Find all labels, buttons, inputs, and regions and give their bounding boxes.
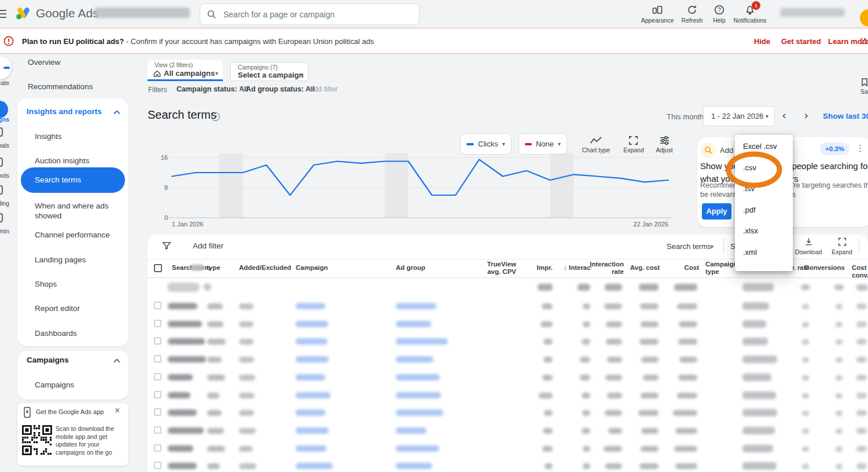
campaign-picker[interactable]: Campaigns (7) Select a campaign ▾ xyxy=(230,62,308,81)
column-header-ad-group[interactable]: Ad group xyxy=(396,264,454,272)
table-row[interactable] xyxy=(0,315,868,332)
row-checkbox[interactable] xyxy=(154,444,161,452)
column-header-match-type[interactable]: type xyxy=(191,264,233,272)
create-button[interactable] xyxy=(0,56,12,79)
ad-group-link-redacted[interactable] xyxy=(396,392,441,398)
column-header-avg-cost[interactable]: Avg. cost xyxy=(628,264,660,272)
sidebar-item-when-and-where-ads-showed[interactable]: When and where ads showed xyxy=(35,201,123,221)
campaign-link-redacted[interactable] xyxy=(296,356,329,363)
campaign-link-redacted[interactable] xyxy=(296,374,325,380)
banner-get-started-button[interactable]: Get started xyxy=(781,37,821,46)
global-search[interactable] xyxy=(200,3,420,25)
sidebar-item-insights[interactable]: Insights xyxy=(35,131,123,141)
table-row[interactable] xyxy=(0,422,868,439)
banner-hide-button[interactable]: Hide xyxy=(754,37,770,46)
ad-group-link-redacted[interactable] xyxy=(396,427,426,434)
rail-item-billing-icon[interactable] xyxy=(0,185,3,195)
ad-group-link-redacted[interactable] xyxy=(396,321,431,327)
campaign-link-redacted[interactable] xyxy=(296,321,328,327)
notifications-button[interactable]: Notifications! xyxy=(730,3,770,26)
ad-group-link-redacted[interactable] xyxy=(396,356,433,363)
sidebar-item-shops[interactable]: Shops xyxy=(35,279,123,289)
campaign-link-redacted[interactable] xyxy=(296,445,326,452)
campaign-link-redacted[interactable] xyxy=(296,463,333,469)
row-checkbox[interactable] xyxy=(154,337,161,345)
column-header-cost[interactable]: Cost xyxy=(664,264,699,272)
filter-chip-ad-group-status[interactable]: Ad group status: All xyxy=(246,85,315,93)
column-header-campaign[interactable]: Campaign xyxy=(296,264,354,272)
filter-funnel-icon[interactable] xyxy=(161,240,172,251)
view-picker[interactable]: View (2 filters) All campaigns ▾ xyxy=(148,60,223,81)
table-row[interactable] xyxy=(0,404,868,421)
sidebar-item-channel-performance[interactable]: Channel performance xyxy=(35,230,123,240)
menu-item-xlsx[interactable]: .xlsx xyxy=(735,221,793,242)
expand-table-icon[interactable] xyxy=(837,237,847,247)
add-filter-link[interactable]: Add filter xyxy=(309,85,337,93)
sidebar-item-search-terms-selected[interactable]: Search terms xyxy=(21,167,125,193)
ad-group-link-redacted[interactable] xyxy=(396,374,440,380)
ad-group-link-redacted[interactable] xyxy=(396,463,432,469)
row-checkbox[interactable] xyxy=(154,408,161,416)
table-row[interactable] xyxy=(0,297,868,314)
rail-item-tools-icon[interactable] xyxy=(0,158,3,167)
rail-item-create[interactable]: Create xyxy=(0,79,9,86)
menu-item-excelcsv[interactable]: Excel .csv xyxy=(735,136,793,158)
saved-icon[interactable] xyxy=(860,78,868,87)
row-checkbox[interactable] xyxy=(154,391,161,398)
sidebar-item-auction-insights[interactable]: Auction insights xyxy=(35,156,123,166)
menu-item-xml[interactable]: .xml xyxy=(735,242,793,264)
date-prev-button[interactable]: ‹ xyxy=(782,109,786,122)
ad-group-link-redacted[interactable] xyxy=(396,409,443,416)
column-header-trueview-avg-cpv[interactable]: TrueViewavg. CPV xyxy=(475,261,516,276)
column-header-added-excluded[interactable]: Added/Excluded xyxy=(239,264,297,272)
sidebar-item-dashboards[interactable]: Dashboards xyxy=(35,328,123,338)
sidebar-section-insights-and-reports[interactable]: Insights and reports xyxy=(27,107,102,116)
menu-item-tsv[interactable]: .tsv xyxy=(735,178,793,200)
row-checkbox[interactable] xyxy=(154,462,161,469)
column-header-conversions[interactable]: Conversions xyxy=(804,264,845,272)
rail-item-billing[interactable]: Billing xyxy=(0,200,9,207)
menu-item-pdf[interactable]: .pdf xyxy=(735,200,793,221)
rail-item-tools[interactable]: Tools xyxy=(0,172,9,179)
chevron-up-icon[interactable] xyxy=(113,110,120,115)
download-icon[interactable] xyxy=(804,237,814,247)
avatar[interactable] xyxy=(860,9,868,27)
table-row[interactable] xyxy=(0,350,868,368)
google-ads-logo[interactable]: Google Ads xyxy=(16,6,99,20)
campaign-link-redacted[interactable] xyxy=(296,427,329,434)
rail-item-campaigns[interactable]: Campaigns xyxy=(0,116,9,123)
ad-group-link-redacted[interactable] xyxy=(396,303,436,309)
menu-icon[interactable] xyxy=(0,9,7,19)
table-view-selector[interactable]: Search terms xyxy=(667,242,711,251)
search-input[interactable] xyxy=(222,9,407,20)
rail-item-goals[interactable]: Goals xyxy=(0,142,9,149)
rail-item-admin[interactable]: Admin xyxy=(0,228,9,235)
row-checkbox[interactable] xyxy=(154,355,161,363)
campaign-link-redacted[interactable] xyxy=(296,409,325,416)
select-all-checkbox[interactable] xyxy=(154,264,162,272)
help-icon[interactable]: ? xyxy=(211,112,220,121)
sidebar-item-recommendations[interactable]: Recommendations xyxy=(28,82,93,91)
sidebar-item-overview[interactable]: Overview xyxy=(28,58,60,67)
row-checkbox[interactable] xyxy=(154,373,161,380)
show-last-30-days-link[interactable]: Show last 30 days xyxy=(823,112,868,120)
kebab-menu-icon[interactable]: ⋮ xyxy=(856,143,865,153)
menu-item-csv[interactable]: .csv xyxy=(735,158,793,179)
ad-group-link-redacted[interactable] xyxy=(396,445,439,452)
date-range-picker[interactable]: 1 - 22 Jan 2026 ▾ xyxy=(703,106,775,126)
rail-item-admin-icon[interactable] xyxy=(0,213,3,222)
column-header-impr-[interactable]: Impr. xyxy=(518,264,553,272)
campaign-link-redacted[interactable] xyxy=(296,303,325,309)
date-next-button[interactable]: › xyxy=(804,109,808,122)
table-row[interactable] xyxy=(0,332,868,350)
campaign-link-redacted[interactable] xyxy=(296,338,328,345)
row-checkbox[interactable] xyxy=(154,320,161,327)
table-row[interactable] xyxy=(0,440,868,457)
table-add-filter[interactable]: Add filter xyxy=(193,242,223,250)
row-checkbox[interactable] xyxy=(154,302,161,309)
filter-chip-campaign-status[interactable]: Campaign status: All xyxy=(176,85,248,93)
table-row[interactable] xyxy=(0,457,868,472)
row-checkbox[interactable] xyxy=(154,426,161,434)
sidebar-item-landing-pages[interactable]: Landing pages xyxy=(35,255,123,265)
ad-group-link-redacted[interactable] xyxy=(396,338,448,345)
